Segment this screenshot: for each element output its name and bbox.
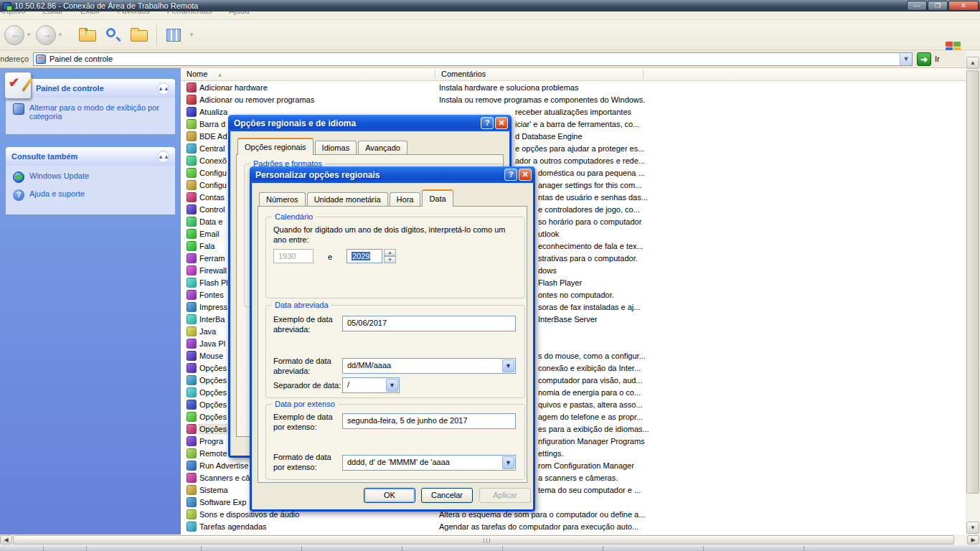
- back-dropdown-icon[interactable]: ▼: [26, 32, 33, 38]
- date-separator-select[interactable]: / ▼: [342, 377, 400, 393]
- back-button[interactable]: ←: [4, 25, 24, 45]
- long-date-format-select[interactable]: dddd, d' de 'MMMM' de 'aaaa ▼: [342, 455, 516, 471]
- short-date-format-select[interactable]: dd/MM/aaaa ▼: [342, 358, 516, 374]
- accessibility-options-icon: [187, 375, 197, 385]
- item-name: Remote: [199, 449, 227, 458]
- item-name: Flash Pl: [199, 278, 228, 287]
- calendar-group-label: Calendário: [272, 212, 316, 221]
- sidebar-item-windows-update[interactable]: Windows Update: [13, 171, 169, 183]
- folders-button[interactable]: [128, 24, 150, 46]
- search-button[interactable]: [103, 24, 124, 46]
- item-name: Software Exp: [199, 498, 246, 507]
- security-center-icon: [187, 143, 197, 154]
- sidebar-panel2-header: Consulte também ▲▲: [6, 147, 175, 166]
- mouse-icon: [187, 351, 197, 361]
- menu-item-editar[interactable]: Editar: [39, 11, 66, 15]
- restore-button[interactable]: ❐: [928, 1, 948, 11]
- search-icon: [106, 28, 116, 37]
- stepper-down-icon[interactable]: ▼: [384, 256, 396, 263]
- list-item[interactable]: Adicionar ou remover programasInstala ou…: [181, 93, 966, 105]
- game-controllers-icon: [187, 204, 197, 215]
- menu-item-ajuda[interactable]: Ajuda: [226, 11, 252, 15]
- tab-unidade-monetária[interactable]: Unidade monetária: [307, 192, 388, 207]
- views-dropdown-icon[interactable]: ▼: [189, 32, 196, 38]
- forward-dropdown-icon[interactable]: ▼: [57, 32, 65, 38]
- address-dropdown-icon[interactable]: ▼: [900, 53, 912, 65]
- scroll-right-icon[interactable]: ▶: [967, 535, 979, 545]
- item-name: Tarefas agendadas: [199, 522, 267, 531]
- forward-button[interactable]: →: [36, 25, 56, 45]
- chevron-down-icon[interactable]: ▼: [502, 359, 514, 372]
- short-date-group-label: Data abreviada: [272, 301, 331, 309]
- apply-button[interactable]: Aplicar: [479, 488, 531, 503]
- stepper-up-icon[interactable]: ▲: [384, 249, 396, 256]
- address-label: Endereço: [0, 55, 33, 63]
- dialog2-close-button[interactable]: ✕: [519, 169, 532, 181]
- close-button[interactable]: ✕: [948, 1, 979, 11]
- list-item[interactable]: Adicionar hardwareInstala hardware e sol…: [181, 81, 966, 93]
- list-item[interactable]: Tarefas agendadasAgendar as tarefas do c…: [181, 520, 966, 532]
- item-name: Control: [199, 205, 225, 214]
- column-header-comments[interactable]: Comentários: [435, 68, 644, 80]
- tab-opções-regionais[interactable]: Opções regionais: [237, 138, 314, 155]
- menu-item-ferramentas[interactable]: Ferramentas: [164, 11, 215, 15]
- sidebar-panel2-title: Consulte também: [11, 152, 77, 161]
- tab-avançado[interactable]: Avançado: [358, 141, 407, 155]
- add-remove-programs-icon: [187, 95, 197, 105]
- sidebar-item-switch-category-view[interactable]: Alternar para o modo de exibição por cat…: [13, 103, 169, 121]
- dialog2-help-button[interactable]: ?: [504, 169, 517, 181]
- item-name: Data e: [199, 217, 222, 226]
- remote-control-icon: [187, 448, 197, 458]
- interbase-manager-icon: [187, 314, 197, 324]
- taskbar-start-menu-icon: [187, 119, 197, 129]
- cancel-button[interactable]: Cancelar: [421, 488, 473, 503]
- tab-idiomas[interactable]: Idiomas: [315, 141, 357, 155]
- menu-item-exibir[interactable]: Exibir: [77, 11, 103, 15]
- sidebar-item-help-support[interactable]: ? Ajuda e suporte: [13, 189, 169, 201]
- views-button[interactable]: [164, 24, 185, 46]
- address-input[interactable]: Painel de controle ▼: [33, 52, 913, 66]
- item-name: Ferram: [199, 254, 225, 263]
- horizontal-scroll-thumb[interactable]: [13, 535, 954, 545]
- item-name: Progra: [199, 437, 223, 446]
- menu-item-arquivo[interactable]: Arquivo: [0, 11, 28, 15]
- user-accounts-icon: [187, 192, 197, 202]
- vertical-scrollbar[interactable]: ▲ ▼: [966, 50, 980, 534]
- dialog1-close-button[interactable]: ✕: [495, 117, 508, 129]
- column-comments-label: Comentários: [441, 70, 486, 78]
- host-taskbar[interactable]: [0, 545, 980, 551]
- up-button[interactable]: ↑: [77, 24, 98, 46]
- date-time-icon: [187, 217, 197, 227]
- ok-button[interactable]: OK: [364, 488, 415, 503]
- year-to-stepper[interactable]: ▲ ▼: [384, 249, 396, 263]
- collapse-chevron-icon[interactable]: ▲▲: [157, 83, 169, 95]
- chevron-down-icon[interactable]: ▼: [502, 456, 514, 469]
- speech-icon: [187, 241, 197, 251]
- dialog1-titlebar[interactable]: Opções regionais e de idioma ? ✕: [228, 115, 512, 131]
- scroll-down-icon[interactable]: ▼: [966, 522, 979, 534]
- menu-item-favoritos[interactable]: Favoritos: [115, 11, 153, 15]
- scroll-left-icon[interactable]: ◀: [0, 535, 12, 545]
- tab-números[interactable]: Números: [259, 192, 306, 207]
- control-panel-icon: [36, 55, 46, 64]
- horizontal-scrollbar[interactable]: ◀ ▶: [0, 534, 980, 545]
- year-to-field[interactable]: 2029: [347, 249, 382, 263]
- go-button[interactable]: ➜: [917, 52, 931, 66]
- scheduled-tasks-icon: [187, 522, 197, 532]
- collapse-chevron-icon[interactable]: ▲▲: [157, 151, 169, 163]
- item-name: Firewall: [199, 266, 227, 275]
- sidebar-panel1-title: Painel de controle: [36, 84, 104, 93]
- minimize-button[interactable]: —: [907, 1, 927, 11]
- control-panel-applet-icon: [4, 72, 32, 99]
- chevron-down-icon[interactable]: ▼: [386, 379, 398, 392]
- column-header-name[interactable]: Nome ▲: [181, 68, 435, 80]
- tab-hora[interactable]: Hora: [390, 192, 421, 207]
- item-name: Configu: [199, 169, 227, 177]
- scroll-up-icon[interactable]: ▲: [966, 57, 979, 69]
- tab-data[interactable]: Data: [422, 189, 453, 207]
- dialog1-help-button[interactable]: ?: [481, 117, 494, 129]
- dialog2-titlebar[interactable]: Personalizar opções regionais ? ✕: [250, 166, 535, 183]
- phone-modem-options-icon: [187, 412, 197, 422]
- go-label: Ir: [935, 55, 940, 63]
- vertical-scroll-thumb[interactable]: [966, 70, 979, 494]
